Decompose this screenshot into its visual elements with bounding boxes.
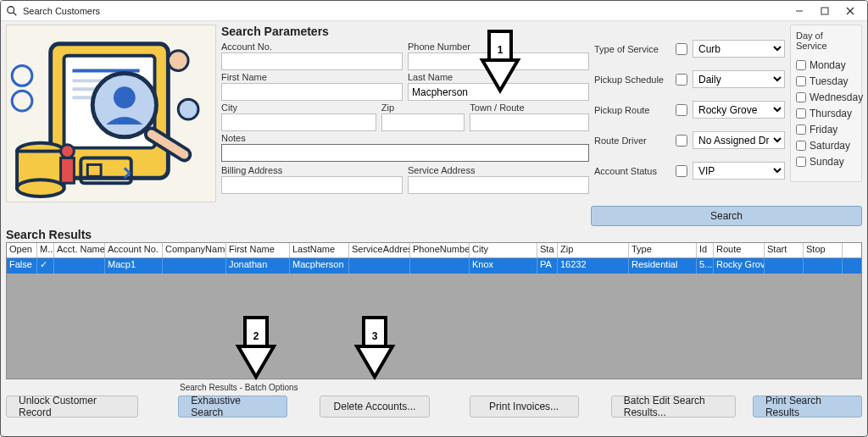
col-open[interactable]: Open <box>7 243 37 257</box>
col-companyname[interactable]: CompanyName <box>163 243 226 257</box>
col-city[interactable]: City <box>470 243 537 257</box>
svg-point-23 <box>61 145 75 158</box>
billing-input[interactable] <box>221 176 403 194</box>
city-input[interactable] <box>221 113 376 131</box>
svg-rect-3 <box>821 8 828 14</box>
label-phone: Phone Number <box>408 41 589 53</box>
svg-point-17 <box>178 99 198 119</box>
search-button[interactable]: Search <box>591 206 862 226</box>
day-of-service-panel: Day of Service Monday Tuesday Wednesday … <box>790 25 862 182</box>
minimize-button[interactable] <box>787 3 811 19</box>
label-type-of-service: Type of Service <box>594 44 670 54</box>
label-billing: Billing Address <box>221 164 403 176</box>
cell: Residential <box>629 258 697 274</box>
cell: Knox <box>470 258 537 274</box>
cell <box>765 258 804 274</box>
day-monday[interactable]: Monday <box>796 59 856 71</box>
day-saturday[interactable]: Saturday <box>796 140 856 152</box>
col-stop[interactable]: Stop <box>804 243 843 257</box>
cell <box>804 258 843 274</box>
route-driver-checkbox[interactable] <box>676 135 687 147</box>
cell <box>349 258 410 274</box>
svg-rect-24 <box>61 158 75 183</box>
town-route-input[interactable] <box>470 113 589 131</box>
search-icon <box>6 5 18 17</box>
col-start[interactable]: Start <box>765 243 804 257</box>
col-sta[interactable]: Sta <box>537 243 558 257</box>
illustration <box>6 25 216 202</box>
results-grid[interactable]: OpenM..Acct. NameAccount No.CompanyNameF… <box>6 242 862 379</box>
batch-edit-button[interactable]: Batch Edit Search Results... <box>611 396 736 418</box>
pickup-schedule-checkbox[interactable] <box>676 74 687 86</box>
svg-point-14 <box>114 86 136 108</box>
exhaustive-search-button[interactable]: Exhaustive Search <box>178 396 287 418</box>
window-title: Search Customers <box>23 6 100 16</box>
cell <box>54 258 105 274</box>
table-row[interactable]: False✓Macp1JonathanMacphersonKnoxPA16232… <box>7 258 861 274</box>
service-input[interactable] <box>408 176 589 194</box>
col-route[interactable]: Route <box>714 243 765 257</box>
day-friday[interactable]: Friday <box>796 124 856 136</box>
last-name-input[interactable] <box>408 83 589 101</box>
cell: ✓ <box>37 258 54 274</box>
account-no-input[interactable] <box>221 53 403 70</box>
maximize-button[interactable] <box>813 3 837 19</box>
label-service: Service Address <box>408 164 589 176</box>
cell: Macp1 <box>105 258 163 274</box>
print-search-results-button[interactable]: Print Search Results <box>753 396 862 418</box>
zip-input[interactable] <box>381 113 465 131</box>
search-results-heading: Search Results <box>1 226 867 242</box>
day-tuesday[interactable]: Tuesday <box>796 75 856 87</box>
day-wednesday[interactable]: Wednesday <box>796 91 856 103</box>
svg-point-16 <box>168 51 188 71</box>
col-zip[interactable]: Zip <box>558 243 629 257</box>
pickup-schedule-select[interactable]: Daily <box>693 70 785 88</box>
svg-point-0 <box>8 6 14 13</box>
col-phonenumber[interactable]: PhoneNumber <box>410 243 470 257</box>
account-status-select[interactable]: VIP <box>693 162 785 180</box>
col-id[interactable]: Id <box>697 243 714 257</box>
close-button[interactable] <box>838 3 862 19</box>
phone-input[interactable] <box>408 53 589 70</box>
type-of-service-checkbox[interactable] <box>676 43 687 55</box>
col-type[interactable]: Type <box>629 243 697 257</box>
cell: Jonathan <box>226 258 290 274</box>
titlebar: Search Customers <box>1 1 867 21</box>
label-account-no: Account No. <box>221 41 403 53</box>
label-pickup-schedule: Pickup Schedule <box>594 75 670 85</box>
day-sunday[interactable]: Sunday <box>796 156 856 168</box>
svg-point-22 <box>17 180 64 196</box>
cell: PA <box>537 258 558 274</box>
type-of-service-select[interactable]: Curb <box>693 40 785 58</box>
account-status-checkbox[interactable] <box>676 165 687 177</box>
pickup-route-select[interactable]: Rocky Grove <box>693 101 785 119</box>
col-account-no-[interactable]: Account No. <box>105 243 163 257</box>
cell <box>410 258 470 274</box>
delete-accounts-button[interactable]: Delete Accounts... <box>320 396 429 418</box>
route-driver-select[interactable]: No Assigned Driver <box>693 131 785 149</box>
cell: 16232 <box>558 258 629 274</box>
col-serviceaddress[interactable]: ServiceAddress <box>349 243 410 257</box>
day-thursday[interactable]: Thursday <box>796 108 856 119</box>
label-town-route: Town / Route <box>470 102 589 113</box>
first-name-input[interactable] <box>221 83 403 101</box>
notes-input[interactable] <box>221 144 589 162</box>
col-acct-name[interactable]: Acct. Name <box>54 243 105 257</box>
label-first-name: First Name <box>221 71 403 83</box>
pickup-route-checkbox[interactable] <box>676 104 687 116</box>
label-zip: Zip <box>381 102 465 113</box>
label-day-of-service: Day of Service <box>796 30 856 51</box>
label-pickup-route: Pickup Route <box>594 105 670 115</box>
grid-header: OpenM..Acct. NameAccount No.CompanyNameF… <box>7 243 861 258</box>
search-parameters-heading: Search Parameters <box>221 25 589 38</box>
label-route-driver: Route Driver <box>594 136 670 146</box>
batch-options-label: Search Results - Batch Options <box>180 383 862 392</box>
col-lastname[interactable]: LastName <box>290 243 349 257</box>
label-last-name: Last Name <box>408 71 589 83</box>
unlock-customer-button[interactable]: Unlock Customer Record <box>6 396 138 418</box>
col-first-name[interactable]: First Name <box>226 243 290 257</box>
svg-line-1 <box>14 12 17 15</box>
label-account-status: Account Status <box>594 166 670 176</box>
col-m-[interactable]: M.. <box>37 243 54 257</box>
print-invoices-button[interactable]: Print Invoices... <box>470 396 579 418</box>
